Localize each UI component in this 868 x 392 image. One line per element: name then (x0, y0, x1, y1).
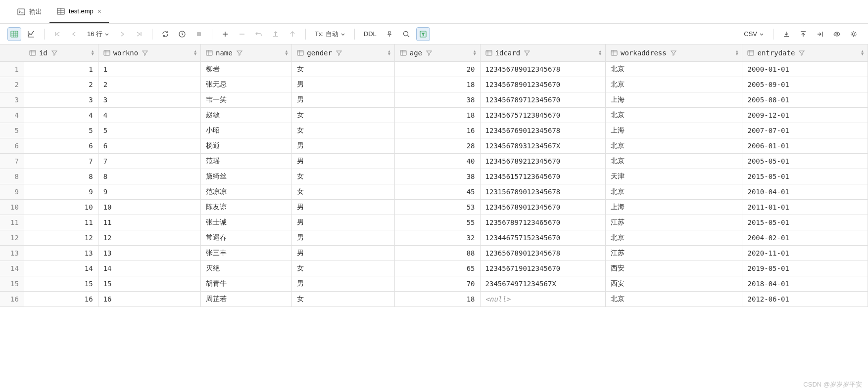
cell-id[interactable]: 11 (24, 215, 98, 230)
cell-workno[interactable]: 11 (98, 215, 200, 230)
cell-workaddress[interactable]: 西安 (605, 261, 742, 276)
cell-entrydate[interactable]: 2006-01-01 (742, 138, 868, 153)
table-row[interactable]: 888黛绮丝女38123456157123645670天津2015-05-01 (0, 169, 868, 184)
filter-icon[interactable] (237, 50, 242, 56)
first-page-button[interactable] (50, 27, 64, 41)
cell-gender[interactable]: 男 (292, 92, 394, 107)
column-header-workaddress[interactable]: workaddress▲▼ (605, 44, 742, 61)
cell-id[interactable]: 8 (24, 169, 98, 184)
search-button[interactable] (399, 27, 413, 41)
table-row[interactable]: 131313张三丰男88123656789012345678江苏2020-11-… (0, 245, 868, 261)
cell-name[interactable]: 范瑶 (201, 153, 292, 169)
table-row[interactable]: 111柳岩女20123456789012345678北京2000-01-01 (0, 61, 868, 77)
cell-age[interactable]: 20 (394, 61, 480, 77)
cell-gender[interactable]: 男 (292, 77, 394, 92)
cell-workaddress[interactable]: 北京 (605, 77, 742, 92)
sort-icon[interactable]: ▲▼ (388, 50, 390, 56)
cell-entrydate[interactable]: 2018-04-01 (742, 276, 868, 291)
cell-workaddress[interactable]: 北京 (605, 107, 742, 123)
column-header-entrydate[interactable]: entrydate▲▼ (742, 44, 868, 61)
cell-gender[interactable]: 女 (292, 61, 394, 77)
cell-workno[interactable]: 9 (98, 184, 200, 199)
cell-gender[interactable]: 男 (292, 199, 394, 215)
cell-workaddress[interactable]: 西安 (605, 276, 742, 291)
tab-output[interactable]: 输出 (10, 0, 49, 23)
table-row[interactable]: 777范瑶男40123456789212345670北京2005-05-01 (0, 153, 868, 169)
prev-page-button[interactable] (67, 27, 81, 41)
cell-age[interactable]: 53 (394, 199, 480, 215)
cell-gender[interactable]: 女 (292, 184, 394, 199)
cell-name[interactable]: 赵敏 (201, 107, 292, 123)
cell-id[interactable]: 9 (24, 184, 98, 199)
schedule-button[interactable] (175, 27, 189, 41)
last-page-button[interactable] (132, 27, 146, 41)
cell-idcard[interactable]: 123456789212345670 (480, 153, 605, 169)
cell-gender[interactable]: 女 (292, 291, 394, 306)
table-row[interactable]: 999范凉凉女45123156789012345678北京2010-04-01 (0, 184, 868, 199)
cell-workno[interactable]: 7 (98, 153, 200, 169)
cell-workaddress[interactable]: 北京 (605, 153, 742, 169)
filter-button[interactable] (416, 27, 430, 41)
grid-view-button[interactable] (7, 27, 21, 41)
cell-idcard[interactable]: <null> (480, 291, 605, 306)
cell-idcard[interactable]: 123456789712345670 (480, 92, 605, 107)
cell-age[interactable]: 16 (394, 123, 480, 138)
cell-workaddress[interactable]: 上海 (605, 92, 742, 107)
cell-workno[interactable]: 1 (98, 61, 200, 77)
cell-idcard[interactable]: 123446757152345670 (480, 230, 605, 245)
filter-icon[interactable] (799, 50, 805, 56)
cell-id[interactable]: 10 (24, 199, 98, 215)
export-format[interactable]: CSV (741, 30, 767, 38)
filter-icon[interactable] (51, 50, 57, 56)
cell-id[interactable]: 5 (24, 123, 98, 138)
table-row[interactable]: 121212常遇春男32123446757152345670北京2004-02-… (0, 230, 868, 245)
sort-icon[interactable]: ▲▼ (861, 50, 864, 56)
cell-name[interactable]: 杨逍 (201, 138, 292, 153)
cell-workaddress[interactable]: 上海 (605, 123, 742, 138)
cell-age[interactable]: 40 (394, 153, 480, 169)
cell-workaddress[interactable]: 北京 (605, 184, 742, 199)
cell-workno[interactable]: 5 (98, 123, 200, 138)
cell-name[interactable]: 小昭 (201, 123, 292, 138)
cell-entrydate[interactable]: 2005-05-01 (742, 153, 868, 169)
cell-entrydate[interactable]: 2007-07-01 (742, 123, 868, 138)
filter-icon[interactable] (524, 50, 530, 56)
sort-icon[interactable]: ▲▼ (194, 50, 196, 56)
cell-age[interactable]: 45 (394, 184, 480, 199)
column-header-idcard[interactable]: idcard▲▼ (480, 44, 605, 61)
cell-id[interactable]: 3 (24, 92, 98, 107)
column-header-gender[interactable]: gender▲▼ (292, 44, 394, 61)
cell-workaddress[interactable]: 北京 (605, 230, 742, 245)
view-button[interactable] (830, 27, 844, 41)
cell-age[interactable]: 32 (394, 230, 480, 245)
cell-id[interactable]: 2 (24, 77, 98, 92)
cell-workno[interactable]: 16 (98, 291, 200, 306)
cell-gender[interactable]: 男 (292, 153, 394, 169)
cell-idcard[interactable]: 123456719012345670 (480, 261, 605, 276)
stop-button[interactable] (192, 27, 206, 41)
cell-workno[interactable]: 15 (98, 276, 200, 291)
cell-entrydate[interactable]: 2015-05-01 (742, 215, 868, 230)
table-row[interactable]: 161616周芷若女18<null>北京2012-06-01 (0, 291, 868, 306)
cell-name[interactable]: 周芷若 (201, 291, 292, 306)
table-row[interactable]: 555小昭女16123456769012345678上海2007-07-01 (0, 123, 868, 138)
cell-name[interactable]: 胡青牛 (201, 276, 292, 291)
data-grid[interactable]: id▲▼workno▲▼name▲▼gender▲▼age▲▼idcard▲▼w… (0, 44, 868, 307)
cell-workno[interactable]: 13 (98, 245, 200, 261)
cell-id[interactable]: 6 (24, 138, 98, 153)
cell-gender[interactable]: 男 (292, 245, 394, 261)
submit-button[interactable] (286, 27, 299, 41)
cell-age[interactable]: 65 (394, 261, 480, 276)
cell-id[interactable]: 1 (24, 61, 98, 77)
cell-gender[interactable]: 女 (292, 169, 394, 184)
table-row[interactable]: 151515胡青牛男702345674971234567X西安2018-04-0… (0, 276, 868, 291)
cell-idcard[interactable]: 2345674971234567X (480, 276, 605, 291)
cell-workaddress[interactable]: 天津 (605, 169, 742, 184)
cell-name[interactable]: 张三丰 (201, 245, 292, 261)
cell-name[interactable]: 韦一笑 (201, 92, 292, 107)
cell-entrydate[interactable]: 2011-01-01 (742, 199, 868, 215)
tx-mode[interactable]: Tx: 自动 (312, 30, 348, 39)
cell-id[interactable]: 12 (24, 230, 98, 245)
cell-age[interactable]: 70 (394, 276, 480, 291)
remove-row-button[interactable] (235, 27, 249, 41)
